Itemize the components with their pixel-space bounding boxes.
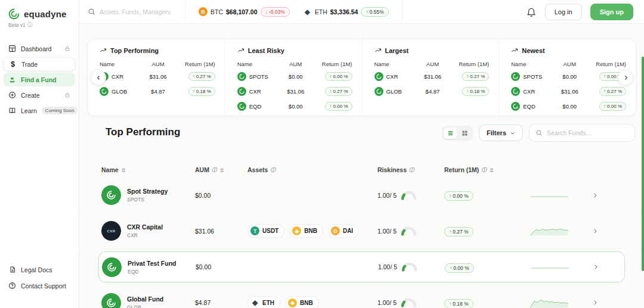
funds-search[interactable] <box>529 124 635 142</box>
mini-row[interactable]: CXR $31.06 0.27 % <box>374 70 490 82</box>
fund-row-cxr[interactable]: CXR CXR CapitalCXR $31.06 TUSDT ◆BNB DDA… <box>79 213 644 249</box>
row-chevron-icon[interactable] <box>581 264 611 270</box>
up-arrow-icon <box>603 73 606 79</box>
asset-chip-bnb: ◆BNB <box>289 224 323 238</box>
mini-row[interactable]: CXR $31.06 0.27 % <box>100 70 215 82</box>
up-arrow-icon <box>193 73 195 79</box>
column-header-assets[interactable]: Assets <box>247 166 377 174</box>
chevron-left-icon <box>96 75 101 80</box>
signup-button[interactable]: Sign up <box>590 4 633 20</box>
mini-row[interactable]: GLOB $4.87 0.18 % <box>374 85 490 97</box>
up-arrow-icon <box>603 103 606 109</box>
carousel-column-top-performing: Top Performing Name AUM Return (1M) CXR … <box>88 39 225 116</box>
sidebar-item-contact-support[interactable]: Contact Support <box>4 279 76 293</box>
hand-heart-icon <box>8 76 16 83</box>
up-arrow-icon <box>366 9 368 15</box>
btc-symbol: BTC <box>210 8 223 15</box>
usdt-icon: T <box>250 226 259 235</box>
mini-row[interactable]: SPOTS $0.00 0.00 % <box>237 70 352 82</box>
riskiness-cell: 1.00/ 5 <box>377 226 444 236</box>
risk-gauge-icon <box>401 262 417 272</box>
column-header-return[interactable]: Return (1M) <box>444 166 528 174</box>
sidebar-item-legal-docs[interactable]: Legal Docs <box>4 263 76 276</box>
row-chevron-icon[interactable] <box>580 192 610 198</box>
global-search-input[interactable] <box>100 8 177 15</box>
global-search[interactable] <box>79 0 185 23</box>
fund-summary-carousel: Top Performing Name AUM Return (1M) CXR … <box>87 39 636 116</box>
eth-ticker: ◆ ETH $3,336.54 0.55% <box>303 7 389 17</box>
brand-logo[interactable]: equadyne <box>0 0 79 20</box>
scrollbar[interactable] <box>642 57 644 271</box>
mini-row[interactable]: EQD $0.00 0.00 % <box>511 100 626 112</box>
fund-row-eqd[interactable]: Privat Test FundEQD $0.00 1.00/ 5 0.00 % <box>98 251 625 282</box>
column-header-name[interactable]: Name <box>101 166 195 174</box>
mini-row[interactable]: CXR $31.06 0.27 % <box>237 85 352 97</box>
assets-cell: TUSDT ◆BNB DDAI <box>247 224 377 238</box>
topbar-actions: Log in Sign up <box>526 4 644 20</box>
carousel-column-newest: Newest Name AUM Return (1M) SPOTS $0.00 … <box>499 39 636 116</box>
asset-chip-usdt: TUSDT <box>247 224 284 238</box>
page-title: Top Performing <box>106 126 180 138</box>
filters-button[interactable]: Filters <box>479 125 523 141</box>
document-icon <box>8 266 16 273</box>
fund-coin-icon <box>374 87 383 96</box>
up-arrow-icon <box>449 193 451 199</box>
book-icon <box>8 107 16 114</box>
up-arrow-icon <box>193 88 195 94</box>
btc-ticker: B BTC $68,107.00 -0.03% <box>199 7 290 17</box>
grid-view-button[interactable] <box>458 127 471 139</box>
notifications-bell-icon[interactable] <box>526 7 537 17</box>
fund-coin-icon <box>374 72 383 81</box>
eth-change-pill: 0.55% <box>361 7 388 17</box>
sidebar-item-find-a-fund[interactable]: Find a Fund <box>4 73 75 86</box>
view-toggle <box>442 126 473 141</box>
carousel-prev-button[interactable] <box>91 70 106 85</box>
mini-row[interactable]: GLOB $4.87 0.18 % <box>100 85 215 97</box>
up-arrow-icon <box>603 88 606 94</box>
row-chevron-icon[interactable] <box>580 228 610 234</box>
sidebar-item-label: Dashboard <box>21 45 60 52</box>
eth-icon: ◆ <box>250 298 259 307</box>
beta-label: Beta v1 <box>0 20 79 29</box>
column-title: Least Risky <box>237 47 352 54</box>
fund-coin-icon <box>100 87 109 96</box>
sidebar-item-dashboard[interactable]: Dashboard <box>4 42 75 55</box>
up-arrow-icon <box>466 73 469 79</box>
carousel-next-button[interactable] <box>618 70 633 85</box>
list-view-button[interactable] <box>444 127 457 139</box>
column-header-riskiness[interactable]: Riskiness <box>377 166 444 174</box>
asset-chip-dai: DDAI <box>328 224 359 238</box>
mini-row[interactable]: EQD $0.00 0.00 % <box>237 100 352 112</box>
row-chevron-icon[interactable] <box>580 300 610 306</box>
up-arrow-icon <box>449 301 451 307</box>
mini-row[interactable]: CXR $31.06 0.27 % <box>511 85 626 97</box>
dashboard-icon <box>8 45 16 52</box>
up-arrow-icon <box>329 88 332 94</box>
fund-logo: CXR <box>101 221 121 241</box>
column-header-aum[interactable]: AUM <box>195 166 247 174</box>
sort-icon <box>121 166 126 173</box>
trending-up-icon <box>374 47 382 54</box>
login-button[interactable]: Log in <box>545 4 582 20</box>
funds-search-input[interactable] <box>547 129 627 136</box>
sidebar-item-label: Learn <box>21 107 37 114</box>
fund-coin-icon <box>511 87 520 96</box>
funds-table-header: Name AUM Assets Riskiness Return (1M) <box>79 166 644 174</box>
sidebar-item-label: Contact Support <box>21 282 71 290</box>
mini-table: Name AUM Return (1M) SPOTS $0.00 0.00 % … <box>511 61 626 112</box>
topbar: B BTC $68,107.00 -0.03% ◆ ETH $3,336.54 … <box>79 0 644 24</box>
fund-row-spots[interactable]: Spot StrategySPOTS $0.00 1.00/ 5 0.00 % <box>79 178 644 213</box>
fund-row-glob[interactable]: Global FundGLOB $4.87 ◆ETH ◆BNB 1.00/ 5 … <box>79 285 644 308</box>
funds-table: Spot StrategySPOTS $0.00 1.00/ 5 0.00 % <box>79 178 644 308</box>
dollar-icon: $ <box>9 60 17 68</box>
sidebar-item-create[interactable]: Create <box>4 88 75 102</box>
aum-value: $4.87 <box>195 299 247 306</box>
column-title: Largest <box>374 47 490 54</box>
eth-symbol: ETH <box>315 8 327 15</box>
sidebar-item-learn[interactable]: Learn Coming Soon <box>4 104 75 117</box>
grid-view-icon <box>462 130 468 136</box>
equadyne-logo-icon <box>8 8 20 20</box>
risk-gauge-icon <box>401 191 417 200</box>
mini-row[interactable]: SPOTS $0.00 0.00 % <box>511 70 626 82</box>
sidebar-item-trade[interactable]: $ Trade <box>4 57 75 71</box>
